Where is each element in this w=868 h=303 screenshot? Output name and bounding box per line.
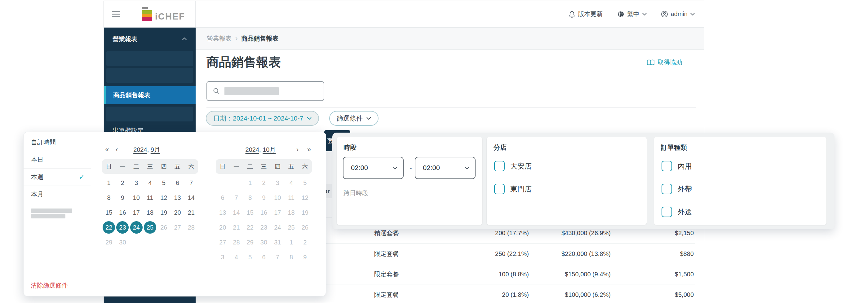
calendar-day[interactable]: 29 [243, 235, 257, 250]
calendar-day[interactable]: 16 [116, 205, 129, 220]
calendar-day[interactable]: 23 [116, 220, 129, 235]
calendar-day[interactable]: 5 [243, 250, 257, 265]
calendar-day[interactable]: 3 [216, 250, 229, 265]
sidebar-item-redacted[interactable] [106, 107, 193, 122]
calendar-day[interactable]: 22 [243, 220, 257, 235]
calendar-day[interactable]: 24 [271, 220, 284, 235]
calendar-day[interactable]: 7 [271, 250, 284, 265]
calendar-day[interactable]: 11 [143, 190, 157, 205]
calendar-day[interactable]: 4 [284, 175, 298, 190]
calendar-day[interactable] [130, 235, 143, 250]
order-type-option[interactable]: 內用 [661, 159, 820, 173]
calendar-day[interactable]: 11 [284, 190, 298, 205]
calendar-day[interactable]: 10 [130, 190, 143, 205]
checkbox-unchecked[interactable] [661, 161, 672, 171]
calendar-day[interactable]: 27 [216, 235, 229, 250]
date-range-filter-pill[interactable]: 日期：2024-10-01 ~ 2024-10-7 [206, 111, 319, 126]
branch-option[interactable]: 東門店 [494, 182, 641, 196]
month-link[interactable]: 9月 [151, 146, 160, 153]
calendar-day[interactable]: 23 [257, 220, 271, 235]
checkbox-unchecked[interactable] [494, 184, 505, 194]
calendar-day[interactable]: 26 [157, 220, 170, 235]
sidebar-item-redacted[interactable] [106, 68, 193, 83]
calendar-day[interactable]: 18 [284, 205, 298, 220]
sidebar-section-business-reports[interactable]: 營業報表 [104, 28, 196, 50]
calendar-day[interactable]: 6 [257, 250, 271, 265]
calendar-day[interactable] [184, 235, 198, 250]
calendar-day[interactable]: 10 [271, 190, 284, 205]
calendar-day[interactable] [216, 175, 229, 190]
filter-conditions-pill[interactable]: 篩選條件 [329, 111, 378, 126]
calendar-day[interactable]: 14 [184, 190, 198, 205]
calendar-day[interactable]: 20 [170, 205, 184, 220]
calendar-day[interactable]: 2 [298, 235, 312, 250]
sidebar-item-product-sales-report[interactable]: 商品銷售報表 [104, 86, 196, 104]
calendar-day[interactable]: 3 [130, 175, 143, 190]
calendar-day[interactable]: 26 [298, 220, 312, 235]
calendar-day[interactable]: 4 [229, 250, 243, 265]
calendar-day[interactable]: 30 [257, 235, 271, 250]
calendar-day[interactable]: 9 [298, 250, 312, 265]
calendar-day[interactable]: 8 [243, 190, 257, 205]
date-preset-item[interactable]: 本月 ✓ [24, 186, 91, 203]
calendar-day[interactable]: 28 [229, 235, 243, 250]
year-link[interactable]: 2024 [246, 146, 259, 153]
date-preset-item[interactable]: 本日 ✓ [24, 151, 91, 169]
month-link[interactable]: 10月 [262, 146, 276, 153]
calendar-day[interactable]: 8 [102, 190, 116, 205]
calendar-day[interactable]: 8 [284, 250, 298, 265]
order-type-option[interactable]: 外送 [661, 205, 820, 219]
version-update-button[interactable]: 版本更新 [568, 10, 603, 18]
calendar-day[interactable]: 1 [243, 175, 257, 190]
calendar-day[interactable]: 2 [116, 175, 129, 190]
calendar-day[interactable] [229, 175, 243, 190]
calendar-day[interactable]: 12 [157, 190, 170, 205]
calendar-day[interactable] [157, 235, 170, 250]
calendar-day[interactable]: 7 [229, 190, 243, 205]
calendar-day[interactable]: 21 [184, 205, 198, 220]
next-year-button[interactable]: » [307, 145, 311, 154]
get-help-link[interactable]: 取得協助 [647, 58, 682, 67]
calendar-day[interactable]: 13 [170, 190, 184, 205]
date-preset-item[interactable]: 本週 ✓ [24, 169, 91, 186]
date-preset-item[interactable]: 自訂時間 ✓ [24, 134, 91, 151]
clear-filters-link[interactable]: 清除篩選條件 [31, 281, 68, 290]
calendar-day[interactable] [170, 235, 184, 250]
calendar-day[interactable]: 24 [130, 220, 143, 235]
sidebar-item-redacted[interactable] [106, 51, 193, 66]
checkbox-unchecked[interactable] [661, 207, 672, 217]
branch-option[interactable]: 大安店 [494, 159, 641, 173]
checkbox-unchecked[interactable] [494, 161, 505, 171]
date-preset-redacted[interactable] [24, 203, 91, 218]
checkbox-unchecked[interactable] [661, 184, 672, 194]
calendar-day[interactable]: 17 [130, 205, 143, 220]
calendar-day[interactable]: 4 [143, 175, 157, 190]
calendar-day[interactable]: 25 [143, 220, 157, 235]
calendar-day[interactable]: 19 [157, 205, 170, 220]
calendar-day[interactable] [143, 235, 157, 250]
calendar-day[interactable]: 30 [116, 235, 129, 250]
time-from-select[interactable]: 02:00 [343, 157, 404, 179]
user-menu[interactable]: admin [661, 10, 695, 18]
hamburger-menu-icon[interactable] [112, 11, 120, 17]
order-type-option[interactable]: 外帶 [661, 182, 820, 196]
calendar-day[interactable]: 19 [298, 205, 312, 220]
calendar-day[interactable]: 3 [271, 175, 284, 190]
calendar-day[interactable]: 20 [216, 220, 229, 235]
calendar-day[interactable]: 12 [298, 190, 312, 205]
year-link[interactable]: 2024 [133, 146, 147, 153]
calendar-day[interactable]: 6 [170, 175, 184, 190]
calendar-day[interactable]: 14 [229, 205, 243, 220]
calendar-day[interactable]: 18 [143, 205, 157, 220]
time-to-select[interactable]: 02:00 [415, 157, 475, 179]
calendar-day[interactable]: 1 [102, 175, 116, 190]
calendar-day[interactable]: 27 [170, 220, 184, 235]
calendar-day[interactable]: 22 [102, 220, 116, 235]
calendar-day[interactable]: 9 [116, 190, 129, 205]
calendar-day[interactable]: 28 [184, 220, 198, 235]
calendar-day[interactable]: 2 [257, 175, 271, 190]
language-menu[interactable]: 繁中 [617, 10, 647, 18]
calendar-day[interactable]: 6 [216, 190, 229, 205]
breadcrumb-parent[interactable]: 營業報表 [207, 34, 231, 43]
calendar-day[interactable]: 29 [102, 235, 116, 250]
